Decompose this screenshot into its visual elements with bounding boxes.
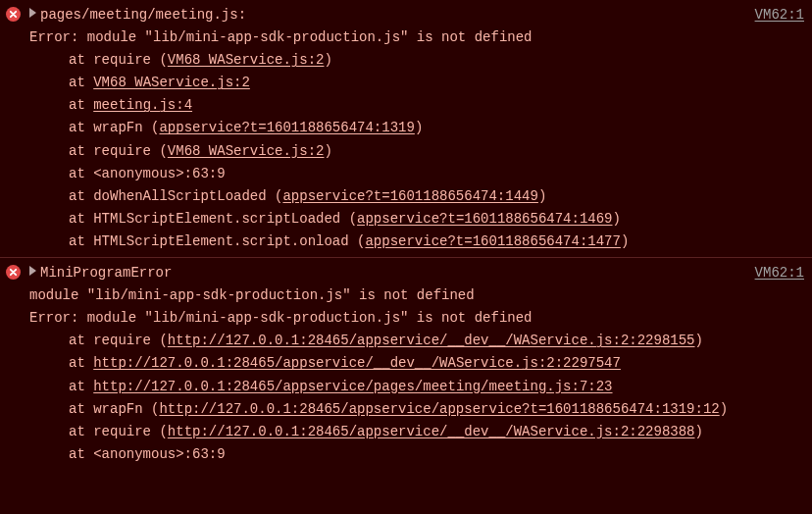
disclosure-icon[interactable] [29,8,36,18]
stack-link[interactable]: appservice?t=1601188656474:1469 [357,211,612,227]
source-link[interactable]: VM62:1 [755,4,804,26]
stack-link[interactable]: http://127.0.0.1:28465/appservice/__dev_… [168,333,695,348]
error-message: module "lib/mini-app-sdk-production.js" … [29,284,804,307]
stack-link[interactable]: http://127.0.0.1:28465/appservice/pages/… [93,379,612,394]
stack-frame: at require (http://127.0.0.1:28465/appse… [69,330,804,352]
stack-frame: at HTMLScriptElement.scriptLoaded (appse… [29,208,804,231]
stack-link[interactable]: meeting.js:4 [93,97,192,113]
disclosure-icon[interactable] [29,266,36,276]
stack-frame: at meeting.js:4 [29,94,804,117]
error-entry: VM62:1 MiniProgramError module "lib/mini… [0,257,812,470]
stack-link[interactable]: http://127.0.0.1:28465/appservice/__dev_… [168,424,695,439]
stack-frame: at wrapFn (appservice?t=1601188656474:13… [29,117,804,139]
stack-frame: at http://127.0.0.1:28465/appservice/__d… [29,352,804,375]
stack-frame: at <anonymous>:63:9 [29,443,804,466]
stack-frame: at require (VM68 WAService.js:2) [29,140,804,163]
error-icon [6,265,21,280]
error-header: MiniProgramError [29,262,804,284]
stack-frame: at wrapFn (http://127.0.0.1:28465/appser… [69,398,804,421]
stack-frame: at require (http://127.0.0.1:28465/appse… [69,421,804,443]
stack-link[interactable]: appservice?t=1601188656474:1477 [365,233,620,249]
stack-frame: at <anonymous>:63:9 [29,163,804,185]
error-header: pages/meeting/meeting.js: [29,4,804,26]
stack-frame: at VM68 WAService.js:2 [29,72,804,94]
stack-frame: at HTMLScriptElement.script.onload (apps… [29,231,804,253]
stack-frame: at doWhenAllScriptLoaded (appservice?t=1… [29,185,804,208]
error-icon [6,7,21,22]
error-message: Error: module "lib/mini-app-sdk-producti… [29,307,804,330]
console-panel: VM62:1 pages/meeting/meeting.js: Error: … [0,0,812,470]
stack-link[interactable]: http://127.0.0.1:28465/appservice/__dev_… [93,355,621,371]
stack-link[interactable]: appservice?t=1601188656474:1449 [282,188,537,204]
stack-link[interactable]: VM68 WAService.js:2 [168,52,325,68]
stack-link[interactable]: appservice?t=1601188656474:1319 [159,120,414,135]
stack-frame: at http://127.0.0.1:28465/appservice/pag… [29,376,804,398]
stack-link[interactable]: VM68 WAService.js:2 [93,75,250,90]
stack-frame: at require (VM68 WAService.js:2) [29,49,804,72]
stack-link[interactable]: http://127.0.0.1:28465/appservice/appser… [159,401,719,417]
source-link[interactable]: VM62:1 [755,262,804,284]
error-message: Error: module "lib/mini-app-sdk-producti… [29,26,804,49]
error-entry: VM62:1 pages/meeting/meeting.js: Error: … [0,0,812,257]
stack-link[interactable]: VM68 WAService.js:2 [168,143,325,159]
